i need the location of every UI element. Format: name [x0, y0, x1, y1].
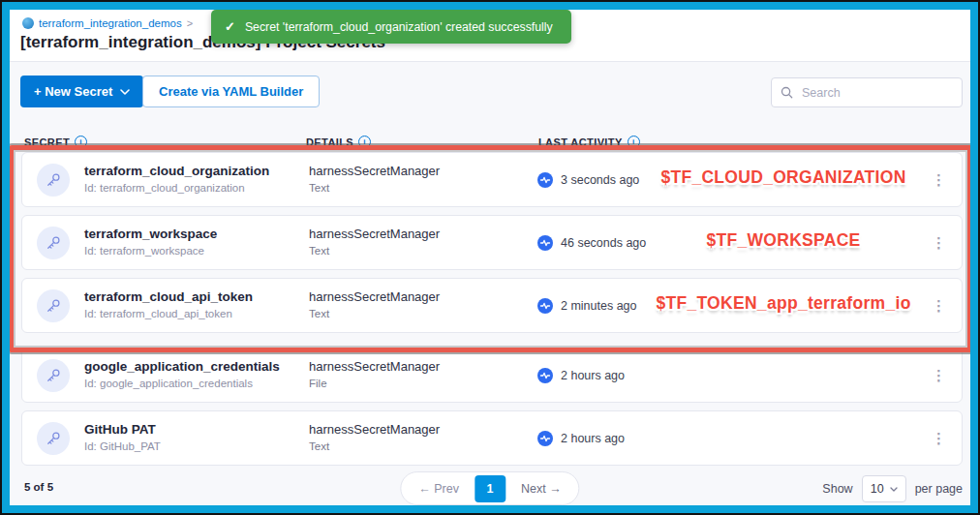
page-size-value: 10 [871, 482, 884, 496]
secret-row[interactable]: GitHub PAT Id: GitHub_PAT harnessSecretM… [21, 410, 963, 466]
key-icon [37, 164, 70, 197]
activity-icon [537, 235, 553, 251]
per-page-label: per page [915, 482, 963, 496]
info-icon[interactable]: i [75, 136, 87, 148]
last-activity: 2 hours ago [537, 411, 625, 465]
last-activity: 3 seconds ago [537, 153, 639, 206]
more-options-icon[interactable]: ⋮ [926, 348, 952, 402]
activity-icon [537, 368, 553, 383]
secret-row[interactable]: terraform_cloud_api_token Id: terraform_… [21, 278, 963, 333]
secret-row[interactable]: terraform_workspace Id: terraform_worksp… [21, 215, 963, 270]
secret-name-block: terraform_workspace Id: terraform_worksp… [84, 227, 217, 257]
activity-icon [537, 431, 553, 446]
current-page-button[interactable]: 1 [475, 475, 505, 502]
secret-id: Id: terraform_cloud_organization [84, 182, 269, 194]
column-secret: SECRET [24, 136, 70, 148]
last-activity-text: 2 minutes ago [561, 299, 637, 313]
success-toast: ✓ Secret 'terraform_cloud_organization' … [211, 10, 571, 44]
secret-manager: harnessSecretManager [309, 422, 440, 437]
secret-details-block: harnessSecretManager Text [309, 227, 440, 257]
secret-id: Id: terraform_cloud_api_token [84, 308, 253, 319]
key-icon [37, 359, 70, 392]
more-options-icon[interactable]: ⋮ [926, 216, 952, 269]
secret-name: google_application_credentials [84, 359, 280, 374]
env-var-annotation: $TF_WORKSPACE [640, 230, 927, 251]
secret-type: Text [309, 308, 440, 319]
next-page-button[interactable]: Next → [509, 482, 573, 496]
secret-row[interactable]: terraform_cloud_organization Id: terrafo… [21, 152, 963, 207]
secret-type: Text [309, 440, 440, 452]
activity-icon [537, 172, 553, 188]
secret-manager: harnessSecretManager [309, 289, 440, 304]
column-last-activity: LAST ACTIVITY [538, 136, 623, 148]
secret-type: Text [309, 182, 440, 194]
show-label: Show [822, 482, 852, 496]
chevron-down-icon [890, 487, 898, 492]
chevron-down-icon [120, 89, 130, 95]
secret-id: Id: GitHub_PAT [84, 440, 161, 452]
table-header: SECRET i DETAILS i LAST ACTIVITY i [10, 136, 970, 149]
check-icon: ✓ [225, 19, 235, 34]
activity-icon [537, 298, 553, 314]
pagination: ← Prev 1 Next → [400, 471, 579, 505]
key-icon [37, 289, 70, 322]
secret-name-block: google_application_credentials Id: googl… [84, 359, 280, 389]
secret-details-block: harnessSecretManager Text [309, 422, 440, 452]
column-details: DETAILS [306, 136, 353, 148]
secret-details-block: harnessSecretManager Text [309, 164, 440, 194]
secret-row[interactable]: google_application_credentials Id: googl… [21, 348, 963, 403]
screenshot-frame: terraform_integration_demos > [terraform… [0, 0, 980, 515]
last-activity: 2 hours ago [537, 348, 625, 402]
secret-type: File [309, 378, 440, 389]
search-input[interactable] [800, 85, 953, 101]
search-box[interactable] [771, 77, 963, 107]
yaml-builder-button[interactable]: Create via YAML Builder [142, 76, 320, 107]
info-icon[interactable]: i [358, 136, 371, 148]
secret-name-block: terraform_cloud_organization Id: terrafo… [84, 164, 269, 194]
more-options-icon[interactable]: ⋮ [926, 153, 952, 206]
page-size-control: Show 10 per page [822, 475, 963, 502]
search-icon [781, 86, 793, 99]
secret-details-block: harnessSecretManager Text [309, 289, 440, 319]
prev-page-button[interactable]: ← Prev [407, 482, 471, 496]
new-secret-label: + New Secret [34, 84, 112, 99]
env-var-annotation: $TF_TOKEN_app_terraform_io [640, 293, 927, 314]
breadcrumb: terraform_integration_demos > [22, 17, 193, 29]
project-icon [22, 17, 34, 29]
last-activity-text: 3 seconds ago [561, 173, 639, 187]
secret-name: terraform_cloud_organization [84, 164, 269, 178]
key-icon [37, 227, 70, 259]
key-icon [37, 422, 70, 455]
last-activity-text: 2 hours ago [561, 432, 625, 445]
more-options-icon[interactable]: ⋮ [926, 411, 952, 465]
secret-name: terraform_workspace [84, 227, 217, 241]
secret-name-block: GitHub PAT Id: GitHub_PAT [84, 422, 161, 452]
page-size-select[interactable]: 10 [862, 475, 906, 502]
secret-manager: harnessSecretManager [309, 359, 440, 374]
secrets-list: terraform_cloud_organization Id: terrafo… [21, 152, 963, 473]
breadcrumb-project-link[interactable]: terraform_integration_demos [39, 17, 182, 29]
secret-manager: harnessSecretManager [309, 164, 440, 178]
secret-name: GitHub PAT [84, 422, 161, 437]
secret-details-block: harnessSecretManager File [309, 359, 440, 389]
toast-message: Secret 'terraform_cloud_organization' cr… [245, 20, 553, 34]
last-activity: 46 seconds ago [537, 216, 646, 269]
breadcrumb-separator: > [187, 17, 193, 29]
more-options-icon[interactable]: ⋮ [926, 279, 952, 332]
secret-manager: harnessSecretManager [309, 227, 440, 241]
env-var-annotation: $TF_CLOUD_ORGANIZATION [640, 167, 927, 188]
info-icon[interactable]: i [628, 136, 640, 148]
secret-name-block: terraform_cloud_api_token Id: terraform_… [84, 289, 253, 319]
new-secret-button[interactable]: + New Secret [20, 76, 143, 107]
secret-id: Id: terraform_workspace [84, 245, 217, 257]
last-activity-text: 2 hours ago [561, 369, 625, 382]
secret-type: Text [309, 245, 440, 257]
secrets-page: terraform_integration_demos > [terraform… [10, 10, 970, 505]
last-activity: 2 minutes ago [537, 279, 637, 332]
row-count: 5 of 5 [24, 481, 53, 493]
secret-name: terraform_cloud_api_token [84, 289, 253, 304]
secret-id: Id: google_application_credentials [84, 378, 280, 389]
last-activity-text: 46 seconds ago [561, 236, 646, 250]
